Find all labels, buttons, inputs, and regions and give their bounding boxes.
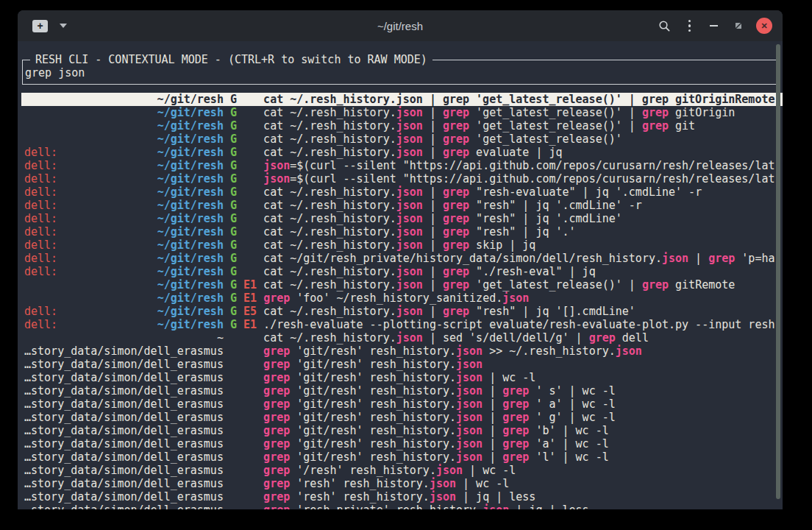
history-row[interactable]: ~/git/resh G E1 cat ~/.resh_history.json… xyxy=(24,278,777,292)
history-row[interactable]: …story_data/simon/dell_erasmus grep 'res… xyxy=(24,490,777,504)
row-segment: G xyxy=(224,292,237,305)
minimize-button[interactable] xyxy=(710,25,718,26)
history-row[interactable]: …story_data/simon/dell_erasmus grep 'git… xyxy=(24,384,777,398)
history-row[interactable]: ~ cat ~/.resh_history.json | sed 's/dell… xyxy=(24,331,777,344)
row-segment: | wc -l xyxy=(463,464,516,477)
row-segment: json xyxy=(396,106,423,119)
history-row[interactable]: dell: ~/git/resh G cat ~/.resh_history.j… xyxy=(24,199,777,212)
row-segment: …story_data/simon/dell_erasmus xyxy=(24,384,263,398)
row-segment: =$(curl --silent "https://api.github.com… xyxy=(290,159,774,172)
row-segment: 'get_latest_release()' | xyxy=(469,106,642,119)
search-query-input[interactable]: grep json xyxy=(25,66,85,80)
row-segment: grep xyxy=(263,451,290,464)
row-segment: | xyxy=(423,278,443,292)
row-segment: ~/git/resh xyxy=(157,305,224,318)
row-segment: cat ~/.resh_history. xyxy=(237,186,396,199)
row-segment: skip | jq xyxy=(469,239,535,252)
row-segment: 'resh_private' resh_history. xyxy=(290,504,482,509)
row-segment: | sed 's/dell/dell/g' | xyxy=(423,331,589,344)
row-segment: ./resh-evaluate --plotting-script evalua… xyxy=(257,318,774,331)
history-row[interactable]: …story_data/simon/dell_erasmus grep '/re… xyxy=(24,464,777,477)
row-segment: "resh" | jq '[].cmdLine' xyxy=(469,305,635,318)
row-segment: 'git/resh' resh_history. xyxy=(290,344,456,358)
row-segment: cat ~/.resh_history. xyxy=(237,106,396,119)
row-segment xyxy=(24,278,157,292)
row-segment: 'resh' resh_history. xyxy=(290,477,430,490)
search-icon xyxy=(658,20,671,32)
row-segment xyxy=(257,292,263,305)
row-segment: 'git/resh' resh_history. xyxy=(290,451,456,464)
history-row[interactable]: …story_data/simon/dell_erasmus grep 'git… xyxy=(24,358,777,371)
history-row[interactable]: …story_data/simon/dell_erasmus grep 'git… xyxy=(24,398,777,411)
row-segment: "resh" | jq '.' xyxy=(469,225,576,239)
history-row[interactable]: dell: ~/git/resh G E1 ./resh-evaluate --… xyxy=(24,318,777,331)
history-row[interactable]: …story_data/simon/dell_erasmus grep 'git… xyxy=(24,451,777,464)
row-segment: E1 xyxy=(237,292,257,305)
row-segment: json xyxy=(396,186,423,199)
history-row[interactable]: …story_data/simon/dell_erasmus grep 'res… xyxy=(24,477,777,490)
row-segment: grep xyxy=(263,384,290,398)
restore-button[interactable] xyxy=(734,21,743,30)
row-segment: "./resh-eval" | jq xyxy=(469,265,596,278)
history-row[interactable]: …story_data/simon/dell_erasmus grep 'git… xyxy=(24,437,777,451)
row-segment: gitRemote xyxy=(669,278,735,292)
row-segment: "resh-evaluate" | jq '.cmdLine' -r xyxy=(469,186,702,199)
row-segment: G xyxy=(224,199,237,212)
row-segment: | xyxy=(482,384,502,398)
close-button[interactable]: ✕ xyxy=(756,18,772,34)
menu-button[interactable] xyxy=(688,20,691,32)
row-segment: json xyxy=(396,331,423,344)
row-segment: =$(curl --silent "https://api.github.com… xyxy=(290,172,774,186)
history-row[interactable]: ~/git/resh G cat ~/.resh_history.json | … xyxy=(24,106,777,119)
row-segment xyxy=(57,212,157,225)
row-segment: json xyxy=(616,344,642,358)
history-row[interactable]: dell: ~/git/resh G cat ~/.resh_history.j… xyxy=(24,146,777,159)
row-segment: …story_data/simon/dell_erasmus xyxy=(24,398,263,411)
row-segment: E1 xyxy=(237,318,257,331)
row-segment: | xyxy=(423,119,443,132)
history-row[interactable]: ~/git/resh G E1 grep 'foo' ~/resh_histor… xyxy=(24,292,777,305)
history-row[interactable]: dell: ~/git/resh G cat ~/.resh_history.j… xyxy=(24,225,777,239)
history-row[interactable]: dell: ~/git/resh G cat ~/.resh_history.j… xyxy=(24,239,777,252)
row-segment: | jq | less xyxy=(509,504,588,509)
row-segment: ~/git/resh xyxy=(157,119,224,132)
row-segment: grep xyxy=(443,212,469,225)
row-segment: json xyxy=(456,424,482,437)
history-row[interactable]: …story_data/simon/dell_erasmus grep 'git… xyxy=(24,411,777,424)
row-segment: | xyxy=(423,212,443,225)
row-segment: json xyxy=(396,225,423,239)
history-row[interactable]: dell: ~/git/resh G cat ~/git/resh_privat… xyxy=(24,252,777,265)
row-segment: | wc -l xyxy=(482,371,535,384)
row-segment: json xyxy=(456,411,482,424)
row-segment xyxy=(24,119,157,132)
history-row[interactable]: ~/git/resh G cat ~/.resh_history.json | … xyxy=(24,132,777,146)
row-segment: ~/git/resh xyxy=(157,278,224,292)
history-row[interactable]: …story_data/simon/dell_erasmus grep 'git… xyxy=(24,344,777,358)
row-segment: | xyxy=(423,225,443,239)
history-row[interactable]: …story_data/simon/dell_erasmus grep 'git… xyxy=(24,371,777,384)
history-row[interactable]: ~/git/resh G cat ~/.resh_history.json | … xyxy=(21,93,783,106)
scrollbar[interactable] xyxy=(776,44,780,499)
history-row[interactable]: …story_data/simon/dell_erasmus grep 'res… xyxy=(24,504,777,509)
history-row[interactable]: dell: ~/git/resh G cat ~/.resh_history.j… xyxy=(24,186,777,199)
search-button[interactable] xyxy=(658,20,671,32)
history-row[interactable]: dell: ~/git/resh G cat ~/.resh_history.j… xyxy=(24,212,777,225)
history-row[interactable]: dell: ~/git/resh G cat ~/.resh_history.j… xyxy=(24,265,777,278)
history-row[interactable]: ~/git/resh G cat ~/.resh_history.json | … xyxy=(24,119,777,132)
row-segment: grep xyxy=(443,119,469,132)
history-row[interactable]: …story_data/simon/dell_erasmus grep 'git… xyxy=(24,424,777,437)
row-segment: | xyxy=(423,186,443,199)
row-segment: 'foo' ~/resh_history_sanitized. xyxy=(290,292,502,305)
row-segment: json xyxy=(430,477,456,490)
history-row[interactable]: dell: ~/git/resh G json=$(curl --silent … xyxy=(24,172,777,186)
row-segment xyxy=(57,172,157,186)
history-row[interactable]: dell: ~/git/resh G E5 cat ~/.resh_histor… xyxy=(24,305,777,318)
row-segment xyxy=(57,252,157,265)
row-segment: grep xyxy=(263,411,290,424)
row-segment: grep xyxy=(263,292,290,305)
row-segment: grep xyxy=(443,225,469,239)
history-row[interactable]: dell: ~/git/resh G json=$(curl --silent … xyxy=(24,159,777,172)
row-segment: "resh" | jq '.cmdLine' -r xyxy=(469,199,642,212)
row-segment: grep xyxy=(443,106,469,119)
row-segment: grep xyxy=(502,451,529,464)
